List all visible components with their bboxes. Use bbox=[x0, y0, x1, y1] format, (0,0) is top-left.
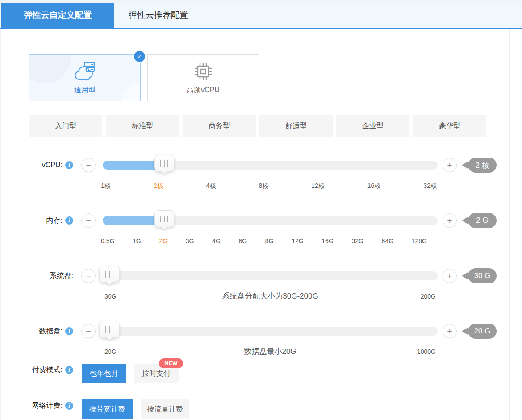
slider-track[interactable]: 20G 数据盘最小20G 1000G bbox=[103, 327, 438, 336]
new-badge: NEW bbox=[159, 358, 183, 368]
value-badge: 20 G bbox=[468, 324, 497, 339]
tab-bar: 弹性云自定义配置弹性云推荐配置 bbox=[1, 3, 522, 28]
preset-button[interactable]: 标准型 bbox=[106, 115, 179, 137]
increase-button[interactable] bbox=[443, 213, 457, 228]
grip-icon bbox=[160, 160, 168, 167]
card-label: 通用型 bbox=[74, 86, 96, 95]
preset-row: 入门型标准型商务型舒适型企业型豪华型 bbox=[29, 115, 486, 137]
info-icon[interactable] bbox=[65, 327, 73, 335]
tick-label: 12核 bbox=[311, 182, 325, 190]
max-label: 200G bbox=[421, 293, 436, 300]
tick-label: 1核 bbox=[101, 182, 111, 190]
info-icon[interactable] bbox=[65, 366, 73, 374]
payment-mode-label: 付费模式: bbox=[32, 366, 63, 375]
cpu-chip-icon bbox=[193, 61, 213, 82]
preset-button[interactable]: 舒适型 bbox=[259, 115, 333, 137]
tick-label: 128G bbox=[412, 237, 427, 245]
data-disk-tick-labels: 20G 数据盘最小20G 1000G bbox=[103, 348, 438, 358]
increase-button[interactable] bbox=[443, 324, 457, 338]
network-option-traffic[interactable]: 按流量计费 bbox=[141, 399, 189, 419]
slider-handle[interactable] bbox=[154, 210, 175, 227]
vcpu-tick-labels: 1核2核4核8核12核16核32核 bbox=[101, 182, 437, 190]
tab[interactable]: 弹性云推荐配置 bbox=[114, 3, 202, 28]
memory-tick-labels: 0.5G1G2G3G4G6G8G12G16G32G64G128G bbox=[101, 237, 427, 245]
elastic-cloud-config-page: 弹性云自定义配置弹性云推荐配置 通用型 高频 bbox=[0, 0, 522, 420]
cloud-server-icon bbox=[74, 61, 96, 82]
tick-label: 32核 bbox=[423, 182, 437, 190]
card-high-freq-vcpu[interactable]: 高频vCPU bbox=[147, 54, 259, 101]
min-label: 30G bbox=[104, 293, 116, 300]
info-icon[interactable] bbox=[65, 161, 73, 169]
decrease-button[interactable] bbox=[81, 213, 96, 228]
preset-button[interactable]: 企业型 bbox=[336, 115, 409, 137]
preset-button[interactable]: 豪华型 bbox=[413, 115, 486, 137]
card-general-type[interactable]: 通用型 bbox=[29, 54, 141, 101]
slider-track[interactable]: 0.5G1G2G3G4G6G8G12G16G32G64G128G bbox=[103, 216, 438, 225]
slider-track[interactable]: 1核2核4核8核12核16核32核 bbox=[103, 161, 438, 170]
card-label: 高频vCPU bbox=[187, 86, 220, 95]
content-right-divider bbox=[509, 29, 510, 420]
tick-label: 2G bbox=[159, 237, 167, 245]
tick-label: 6G bbox=[238, 237, 247, 245]
selected-check-icon bbox=[134, 51, 145, 62]
slider-handle[interactable] bbox=[99, 266, 120, 283]
network-billing-label: 网络计费: bbox=[32, 401, 63, 411]
grip-icon bbox=[105, 271, 113, 278]
data-disk-label: 数据盘: bbox=[39, 327, 63, 336]
max-label: 1000G bbox=[417, 348, 436, 355]
slider-track[interactable]: 30G 系统盘分配大小为30G-200G 200G bbox=[103, 271, 438, 280]
system-disk-tick-labels: 30G 系统盘分配大小为30G-200G 200G bbox=[103, 293, 438, 303]
range-hint: 数据盘最小20G bbox=[244, 346, 296, 357]
tick-label: 16G bbox=[322, 237, 333, 245]
tick-label: 3G bbox=[186, 237, 194, 245]
tick-label: 64G bbox=[382, 237, 393, 245]
decrease-button[interactable] bbox=[81, 324, 96, 338]
preset-button[interactable]: 入门型 bbox=[29, 115, 102, 137]
decrease-button[interactable] bbox=[81, 269, 96, 283]
info-icon[interactable] bbox=[65, 402, 73, 410]
left-edge-strip bbox=[0, 0, 1, 420]
info-icon[interactable] bbox=[65, 216, 73, 225]
tick-label: 8G bbox=[265, 237, 274, 245]
vcpu-label: vCPU: bbox=[42, 161, 63, 169]
value-badge: 30 G bbox=[468, 268, 497, 283]
grip-icon bbox=[105, 326, 113, 333]
tab[interactable]: 弹性云自定义配置 bbox=[1, 3, 114, 28]
tab-underline bbox=[0, 28, 522, 29]
decrease-button[interactable] bbox=[81, 158, 96, 172]
tick-label: 4G bbox=[212, 237, 221, 245]
tick-label: 0.5G bbox=[101, 237, 114, 245]
preset-button[interactable]: 商务型 bbox=[183, 115, 256, 137]
grip-icon bbox=[160, 216, 168, 222]
increase-button[interactable] bbox=[443, 269, 457, 283]
value-badge: 2 G bbox=[468, 213, 497, 228]
tick-label: 1G bbox=[133, 237, 141, 245]
increase-button[interactable] bbox=[443, 158, 457, 172]
tick-label: 2核 bbox=[154, 182, 163, 190]
slider-handle[interactable] bbox=[99, 321, 120, 338]
payment-option-yearly[interactable]: 包年包月 bbox=[82, 364, 126, 383]
memory-label: 内存: bbox=[46, 216, 63, 225]
tick-label: 16核 bbox=[367, 182, 381, 190]
network-option-bandwidth[interactable]: 按带宽计费 bbox=[82, 399, 133, 419]
slider-handle[interactable] bbox=[154, 155, 175, 172]
tick-label: 12G bbox=[292, 237, 303, 245]
value-badge: 2 核 bbox=[468, 158, 497, 173]
min-label: 20G bbox=[104, 348, 116, 355]
tick-label: 4核 bbox=[206, 182, 216, 190]
system-disk-label: 系统盘: bbox=[50, 271, 73, 281]
tick-label: 8核 bbox=[259, 182, 268, 190]
range-hint: 系统盘分配大小为30G-200G bbox=[222, 291, 318, 301]
tick-label: 32G bbox=[351, 237, 363, 245]
